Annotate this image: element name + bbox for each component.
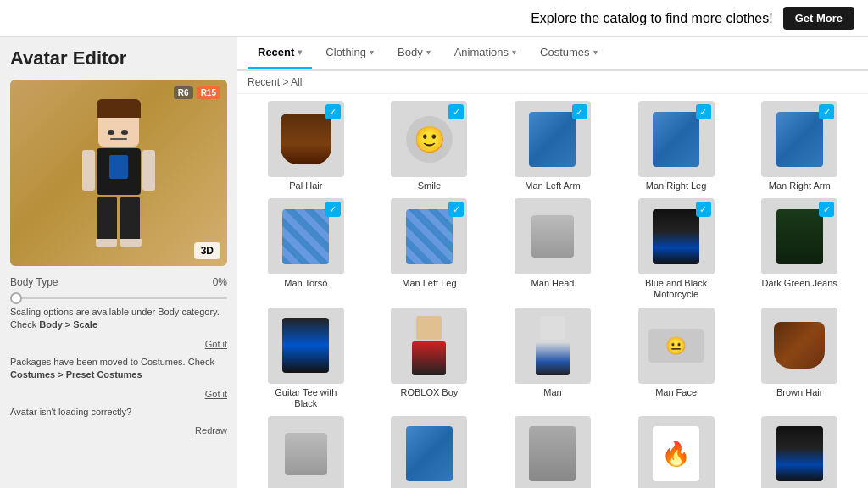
list-item[interactable]: Guitar Tee with Black — [248, 308, 364, 409]
item-label: ROBLOX Boy — [400, 387, 458, 398]
list-item[interactable]: ✓Man Right Arm — [741, 101, 858, 191]
tab-costumes[interactable]: Costumes ▾ — [530, 37, 608, 69]
item-label: Blue and Black Motorcycle — [638, 278, 715, 300]
item-check-icon: ✓ — [696, 202, 711, 217]
item-label: Smile — [418, 180, 442, 191]
item-thumbnail — [761, 308, 837, 384]
3d-button[interactable]: 3D — [194, 242, 220, 259]
top-bar: Explore the catalog to find more clothes… — [0, 0, 868, 37]
item-check-icon: ✓ — [326, 104, 341, 119]
right-panel: Recent ▾ Clothing ▾ Body ▾ Animations ▾ … — [237, 37, 868, 488]
main-layout: Avatar Editor R6 R15 — [0, 37, 868, 488]
item-thumbnail: ✓ — [515, 101, 591, 177]
avatar-badges: R6 R15 — [174, 86, 220, 99]
item-thumbnail: ✓ — [638, 198, 715, 274]
list-item[interactable] — [248, 416, 364, 488]
list-item[interactable]: Brown Hair — [741, 308, 858, 409]
list-item[interactable]: 🙂✓Smile — [371, 101, 488, 191]
page-title: Avatar Editor — [10, 47, 227, 69]
body-type-label: Body Type — [10, 276, 58, 288]
body-type-value: 0% — [213, 276, 227, 288]
avatar-preview: R6 R15 — [10, 80, 227, 266]
item-thumbnail: ✓ — [268, 101, 344, 177]
list-item[interactable]: Man Head — [494, 198, 611, 300]
slider-track — [10, 297, 227, 299]
tab-clothing[interactable]: Clothing ▾ — [315, 37, 384, 69]
tab-animations[interactable]: Animations ▾ — [444, 37, 526, 69]
body-type-slider[interactable] — [10, 297, 227, 299]
get-more-button[interactable]: Get More — [783, 7, 854, 30]
item-thumbnail — [761, 416, 837, 488]
list-item[interactable]: ✓Blue and Black Motorcycle — [618, 198, 735, 300]
item-thumbnail — [515, 308, 591, 384]
list-item[interactable]: ROBLOX Boy — [371, 308, 488, 409]
item-thumbnail — [268, 308, 344, 384]
item-thumbnail — [391, 416, 467, 488]
item-thumbnail: 🔥 — [638, 416, 715, 488]
promo-text: Explore the catalog to find more clothes… — [531, 11, 773, 26]
list-item[interactable]: Man — [494, 308, 611, 409]
item-thumbnail: ✓ — [638, 101, 715, 177]
list-item[interactable]: ✓Man Left Arm — [494, 101, 611, 191]
list-item[interactable]: ✓Pal Hair — [248, 101, 364, 191]
item-check-icon: ✓ — [819, 202, 834, 217]
item-thumbnail: ✓ — [761, 101, 837, 177]
got-it-2[interactable]: Got it — [10, 389, 227, 399]
list-item[interactable] — [741, 416, 858, 488]
item-label: Man — [543, 387, 561, 398]
item-check-icon: ✓ — [326, 202, 341, 217]
item-label: Man Right Arm — [769, 180, 831, 191]
body-type-row: Body Type 0% — [10, 276, 227, 288]
list-item[interactable]: 🔥 — [618, 416, 735, 488]
list-item[interactable] — [494, 416, 611, 488]
item-thumbnail: ✓ — [268, 198, 344, 274]
redraw-button[interactable]: Redraw — [10, 425, 227, 435]
info-box-2: Packages have been moved to Costumes. Ch… — [10, 356, 227, 382]
got-it-1[interactable]: Got it — [10, 339, 227, 349]
item-label: Man Left Leg — [402, 278, 456, 289]
list-item[interactable]: ✓Dark Green Jeans — [741, 198, 858, 300]
slider-thumb[interactable] — [10, 292, 22, 304]
list-item[interactable]: 😐Man Face — [618, 308, 735, 409]
item-thumbnail — [391, 308, 467, 384]
tab-recent[interactable]: Recent ▾ — [248, 37, 312, 69]
info3-text: Avatar isn't loading correctly? — [10, 407, 131, 417]
item-label: Man Right Leg — [646, 180, 707, 191]
chevron-down-icon: ▾ — [593, 47, 598, 57]
item-label: Man Torso — [284, 278, 327, 289]
tab-body[interactable]: Body ▾ — [387, 37, 441, 69]
item-thumbnail: 😐 — [638, 308, 715, 384]
info2-text: Packages have been moved to Costumes. Ch… — [10, 357, 214, 367]
item-label: Man Head — [531, 278, 575, 289]
tabs-bar: Recent ▾ Clothing ▾ Body ▾ Animations ▾ … — [237, 37, 868, 71]
item-thumbnail — [268, 416, 344, 488]
item-thumbnail — [515, 416, 591, 488]
breadcrumb-all[interactable]: All — [291, 76, 302, 88]
list-item[interactable] — [371, 416, 488, 488]
breadcrumb-recent[interactable]: Recent — [248, 76, 280, 88]
breadcrumb-separator: > — [282, 76, 291, 88]
chevron-down-icon: ▾ — [298, 47, 302, 57]
item-label: Brown Hair — [776, 387, 822, 398]
list-item[interactable]: ✓Man Left Leg — [371, 198, 488, 300]
list-item[interactable]: ✓Man Right Leg — [618, 101, 735, 191]
info2-link[interactable]: Costumes > Preset Costumes — [10, 369, 142, 380]
item-thumbnail: ✓ — [761, 198, 837, 274]
item-thumbnail: ✓ — [391, 198, 467, 274]
item-thumbnail: 🙂✓ — [391, 101, 467, 177]
r6-badge: R6 — [174, 86, 193, 99]
item-thumbnail — [515, 198, 591, 274]
items-grid: ✓Pal Hair🙂✓Smile✓Man Left Arm✓Man Right … — [237, 94, 868, 488]
r15-badge: R15 — [197, 86, 220, 99]
item-label: Man Face — [655, 387, 697, 398]
info-box-3: Avatar isn't loading correctly? — [10, 406, 227, 419]
item-check-icon: ✓ — [696, 104, 711, 119]
breadcrumb: Recent > All — [237, 71, 868, 94]
item-label: Pal Hair — [289, 180, 322, 191]
chevron-down-icon: ▾ — [426, 47, 431, 57]
info1-link[interactable]: Body > Scale — [39, 319, 97, 330]
item-label: Guitar Tee with Black — [268, 387, 344, 409]
item-check-icon: ✓ — [819, 104, 834, 119]
item-label: Man Left Arm — [525, 180, 580, 191]
list-item[interactable]: ✓Man Torso — [248, 198, 364, 300]
